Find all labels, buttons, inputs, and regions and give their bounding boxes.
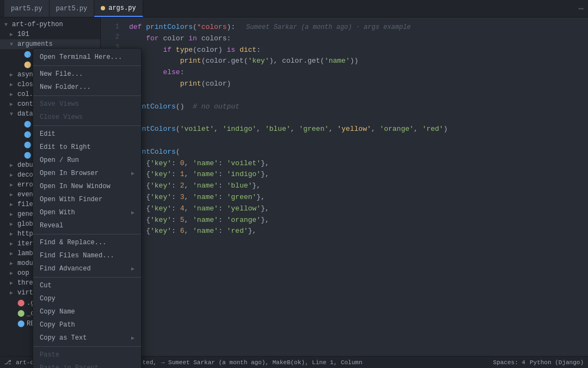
file-icon: ⬤ <box>24 120 31 128</box>
ctx-reveal[interactable]: Reveal <box>33 219 141 232</box>
ctx-open-with-finder[interactable]: Open With Finder <box>33 193 141 206</box>
file-icon: ⬤ <box>24 50 31 58</box>
more-options-button[interactable]: ⋯ <box>578 3 584 14</box>
expand-arrow: ▶ <box>10 182 15 188</box>
expand-arrow: ▶ <box>10 191 15 198</box>
ctx-copy[interactable]: Copy <box>33 292 141 305</box>
ctx-new-folder[interactable]: New Folder... <box>33 81 141 94</box>
branch-icon: ⎇ <box>4 359 11 366</box>
expand-arrow: ▶ <box>10 91 15 98</box>
ctx-open-new-window[interactable]: Open In New Window <box>33 180 141 193</box>
ctx-paste: Paste <box>33 348 141 361</box>
sidebar-item-label: oop <box>17 269 29 277</box>
tab-part5-1[interactable]: part5.py <box>4 0 50 17</box>
expand-arrow: ▶ <box>10 172 15 178</box>
expand-arrow: ▶ <box>10 81 15 88</box>
expand-arrow: ▶ <box>10 231 15 237</box>
expand-arrow: ▶ <box>10 71 15 78</box>
expand-arrow: ▶ <box>10 201 15 208</box>
tab-label: args.py <box>108 4 136 12</box>
context-menu: Open Terminal Here... New File... New Fo… <box>33 48 142 368</box>
editor-area: 12345 678910 1112131415 1617181920 def p… <box>101 17 588 356</box>
ctx-close-views: Close Views <box>33 111 141 124</box>
language-label: Python (Django) <box>530 359 584 366</box>
separator <box>33 346 141 347</box>
expand-arrow: ▶ <box>10 280 15 286</box>
sidebar-item-label: arguments <box>17 40 53 48</box>
file-icon: ⬤ <box>24 61 31 69</box>
sidebar-item-101[interactable]: ▶ 101 <box>0 29 100 39</box>
separator <box>33 125 141 126</box>
ctx-copy-name[interactable]: Copy Name <box>33 305 141 318</box>
expand-arrow: ▶ <box>10 289 15 296</box>
tab-label: part5.py <box>56 5 88 13</box>
ctx-edit-to-right[interactable]: Edit to Right <box>33 141 141 154</box>
file-icon: ⬤ <box>17 309 24 317</box>
expand-arrow: ▼ <box>4 22 10 28</box>
sidebar-item-label: http <box>17 230 33 238</box>
submenu-arrow: ▶ <box>131 335 134 341</box>
expand-arrow: ▶ <box>10 240 15 247</box>
submenu-arrow: ▶ <box>131 266 134 272</box>
ctx-open-run[interactable]: Open / Run <box>33 154 141 167</box>
top-bar: part5.py part5.py args.py ⋯ <box>0 0 588 17</box>
ctx-save-views: Save Views <box>33 98 141 111</box>
expand-arrow: ▶ <box>10 221 15 227</box>
ctx-edit[interactable]: Edit <box>33 128 141 141</box>
expand-arrow: ▶ <box>10 260 15 267</box>
ctx-find-advanced[interactable]: Find Advanced ▶ <box>33 262 141 275</box>
modified-dot <box>101 6 105 10</box>
ctx-paste-in-parent: Paste in Parent <box>33 361 141 368</box>
code-editor[interactable]: def printColors(*colors):Sumeet Sarkar (… <box>122 17 588 356</box>
ctx-open-in-browser[interactable]: Open In Browser ▶ <box>33 167 141 180</box>
status-commit-info: → Sumeet Sarkar (a month ago), MakeB(ok)… <box>161 359 363 366</box>
submenu-arrow: ▶ <box>131 170 134 177</box>
ctx-copy-path[interactable]: Copy Path <box>33 318 141 331</box>
ctx-find-replace[interactable]: Find & Replace... <box>33 236 141 249</box>
ctx-copy-as-text[interactable]: Copy as Text ▶ <box>33 331 141 345</box>
expand-arrow: ▼ <box>10 41 15 47</box>
ctx-new-file[interactable]: New File... <box>33 68 141 81</box>
expand-arrow: ▶ <box>10 101 15 107</box>
ctx-find-files[interactable]: Find Files Named... <box>33 249 141 262</box>
expand-arrow: ▶ <box>10 31 15 38</box>
separator <box>33 277 141 277</box>
file-icon: ⬤ <box>17 299 24 307</box>
file-icon: ⬤ <box>17 319 24 328</box>
ctx-cut[interactable]: Cut <box>33 279 141 292</box>
tab-part5-2[interactable]: part5.py <box>50 0 95 17</box>
expand-arrow: ▶ <box>10 211 15 218</box>
separator <box>33 234 141 234</box>
tab-args[interactable]: args.py <box>94 0 143 17</box>
spaces-label: Spaces: 4 <box>493 359 525 366</box>
sidebar-item-label: 101 <box>17 31 29 38</box>
expand-arrow: ▶ <box>10 270 15 276</box>
sidebar-root-label: art-of-python <box>12 21 63 28</box>
ctx-open-terminal[interactable]: Open Terminal Here... <box>33 51 141 64</box>
file-icon: ⬤ <box>24 151 31 159</box>
file-icon: ⬤ <box>24 130 31 138</box>
sidebar-root[interactable]: ▼ art-of-python <box>0 20 100 29</box>
separator <box>33 65 141 66</box>
ctx-open-with[interactable]: Open With ▶ <box>33 206 141 219</box>
file-icon: ⬤ <box>24 141 31 149</box>
expand-arrow: ▶ <box>10 250 15 257</box>
expand-arrow: ▼ <box>10 111 15 117</box>
tab-label: part5.py <box>11 5 42 13</box>
expand-arrow: ▶ <box>10 162 15 168</box>
separator <box>33 95 141 96</box>
submenu-arrow: ▶ <box>131 209 134 216</box>
editor-content: 12345 678910 1112131415 1617181920 def p… <box>101 17 588 356</box>
